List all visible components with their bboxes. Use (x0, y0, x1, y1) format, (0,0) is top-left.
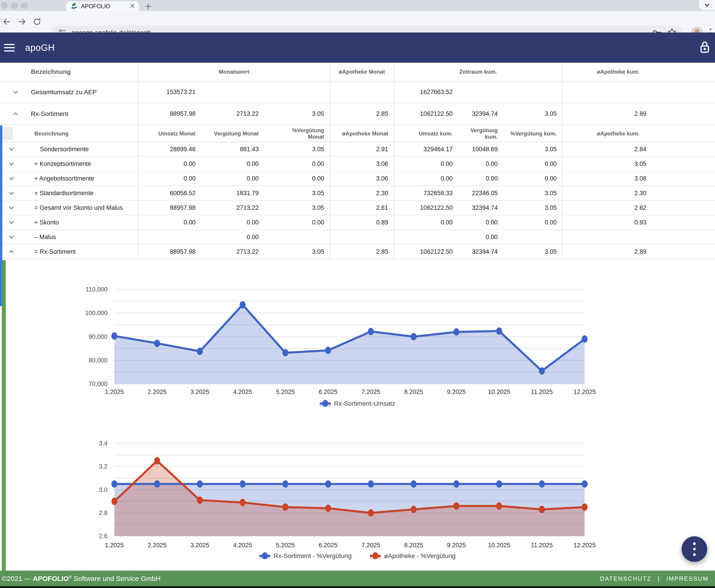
lock-icon[interactable] (699, 41, 710, 55)
expand-chevron-down-icon[interactable] (0, 218, 34, 226)
row-label: = Gesamt vor Skonto und Malus (34, 204, 123, 211)
svg-text:7.2025: 7.2025 (361, 542, 381, 549)
cell-apotheke-monat: 2.85 (330, 103, 394, 124)
cell-prozent-monat: 3.05 (264, 201, 330, 215)
table-row: + Angebotssortimente0.000.000.003.060.00… (0, 171, 715, 186)
row-label: + Skonto (34, 219, 59, 226)
cell-umsatz-kum: 732658.33 (394, 186, 458, 200)
expand-chevron-down-icon[interactable] (0, 233, 34, 241)
cell-verguetung-monat: 881.43 (202, 142, 264, 156)
legend-marker-icon (370, 552, 381, 560)
legend-item: Rx-Sortiment - %Vergütung (259, 552, 351, 560)
verguetung-chart-legend: Rx-Sortiment - %VergütungøApotheke - %Ve… (0, 551, 715, 561)
tab-title: APOFOLIO (81, 3, 126, 9)
footer-link-separator: | (658, 575, 660, 582)
back-button[interactable] (2, 17, 12, 26)
svg-text:2.2025: 2.2025 (148, 542, 167, 549)
cell-apotheke-monat: 2.85 (330, 245, 394, 259)
cell-apotheke-monat: 2.91 (330, 142, 394, 156)
cell-umsatz-kum: 0.00 (394, 157, 458, 171)
legend-label: øApotheke - %Vergütung (384, 552, 456, 560)
expand-chevron-down-icon[interactable] (0, 88, 31, 96)
column-header-verguetung-kum: Vergütung kum. (458, 125, 503, 142)
collapse-chevron-up-icon[interactable] (0, 248, 34, 256)
cell-prozent-kum: 3.05 (503, 142, 563, 156)
expand-chevron-down-icon[interactable] (0, 145, 40, 153)
cell-umsatz-monat: 0.00 (138, 157, 202, 171)
menu-hamburger-button[interactable] (4, 43, 15, 52)
zoom-window-button[interactable] (21, 2, 28, 9)
close-window-button[interactable] (1, 2, 8, 9)
cell-apotheke-monat: 2.61 (330, 201, 394, 215)
new-tab-button[interactable] (144, 2, 153, 11)
svg-text:80,000: 80,000 (88, 357, 108, 364)
window-controls (1, 2, 28, 9)
cell-verguetung-monat: 0.00 (202, 171, 264, 186)
cell-verguetung-monat: 2713.22 (202, 245, 264, 259)
cell-prozent-kum: 0.00 (503, 157, 563, 171)
table-row: Rx-Sortiment 88957.98 2713.22 3.05 2.85 … (0, 103, 715, 125)
column-header-verguetung-monat: Vergütung Monat (202, 125, 264, 142)
cell-prozent-monat (264, 230, 330, 244)
column-header-apotheke-kum: øApotheke kum. (563, 63, 715, 81)
svg-text:9.2025: 9.2025 (447, 388, 466, 395)
cell-prozent-kum: 0.00 (503, 215, 563, 230)
svg-text:1.2025: 1.2025 (105, 388, 124, 395)
reload-button[interactable] (32, 17, 42, 26)
svg-text:1.2025: 1.2025 (105, 542, 124, 549)
cell-prozent-kum: 0.00 (503, 171, 563, 186)
row-label: Sondersortimente (40, 146, 89, 153)
svg-text:6.2025: 6.2025 (319, 388, 338, 395)
datenschutz-link[interactable]: DATENSCHUTZ (600, 575, 651, 582)
svg-text:90,000: 90,000 (88, 333, 108, 340)
rx-sortiment-detail-table: Bezeichnung Umsatz Monat Vergütung Monat… (0, 125, 715, 259)
svg-text:5.2025: 5.2025 (276, 542, 295, 549)
cell-apotheke-monat: 0.89 (330, 215, 394, 230)
legend-label: Rx-Sortiment-Umsatz (334, 400, 395, 407)
table-row: Sondersortimente28899.46881.433.052.9132… (0, 142, 715, 157)
row-label: + Angebotssortimente (34, 175, 94, 182)
cell-umsatz-kum: 0.00 (394, 171, 458, 186)
cell-apotheke-kum: 2.89 (563, 103, 715, 124)
close-tab-icon[interactable] (129, 3, 135, 9)
legend-label: Rx-Sortiment - %Vergütung (274, 552, 351, 560)
expand-chevron-down-icon[interactable] (0, 160, 34, 168)
cell-umsatz-monat (138, 230, 202, 244)
legend-item: øApotheke - %Vergütung (370, 552, 456, 560)
cell-umsatz-kum: 1062122.50 (394, 245, 458, 259)
minimize-window-button[interactable] (11, 2, 18, 9)
summary-table: Bezeichnung Monatswert øApotheke Monat Z… (0, 63, 715, 125)
table-row: + Standardsortimente60058.521831.793.052… (0, 186, 715, 201)
impressum-link[interactable]: IMPRESSUM (667, 575, 709, 582)
cell-verguetung-monat: 0.00 (202, 157, 264, 171)
actions-fab-button[interactable] (681, 536, 707, 562)
expand-chevron-down-icon[interactable] (0, 174, 34, 182)
table-row: = Gesamt vor Skonto und Malus88957.98271… (0, 201, 715, 215)
cell-verguetung: 2713.22 (202, 103, 264, 124)
svg-text:9.2025: 9.2025 (447, 542, 466, 549)
forward-button[interactable] (17, 17, 26, 26)
row-label: – Malus (34, 234, 56, 241)
table-row: – Malus0.000.00 (0, 230, 715, 245)
browser-tab[interactable]: APOFOLIO (66, 1, 139, 11)
row-label: + Konzeptsortimente (34, 161, 91, 167)
svg-text:110,000: 110,000 (86, 286, 108, 293)
browser-toolbar: apoapp.apofolio.de/#/apogh (0, 11, 715, 33)
cell-verguetung-kum: 0.00 (458, 215, 503, 230)
page-title: apoGH (25, 43, 55, 53)
svg-text:3.4: 3.4 (99, 440, 108, 447)
cell-umsatz-monat: 88957.98 (138, 245, 202, 259)
tab-search-button[interactable] (699, 0, 715, 10)
cell-apotheke-kum: 3.05 (563, 157, 715, 171)
cell-prozent-monat: 0.00 (264, 215, 330, 230)
row-label: Gesamtumsatz zu AEP (31, 88, 97, 96)
cell-apotheke-kum: 0.93 (563, 215, 715, 230)
collapse-chevron-up-icon[interactable] (0, 110, 31, 118)
svg-text:10.2025: 10.2025 (488, 388, 510, 395)
svg-text:2.8: 2.8 (99, 509, 108, 517)
expand-chevron-down-icon[interactable] (0, 204, 34, 212)
table-row: Gesamtumsatz zu AEP 153573.21 1627663.52 (0, 81, 715, 103)
expand-chevron-down-icon[interactable] (0, 189, 34, 197)
cell-apotheke-monat (330, 230, 394, 244)
svg-text:12.2025: 12.2025 (573, 388, 596, 395)
